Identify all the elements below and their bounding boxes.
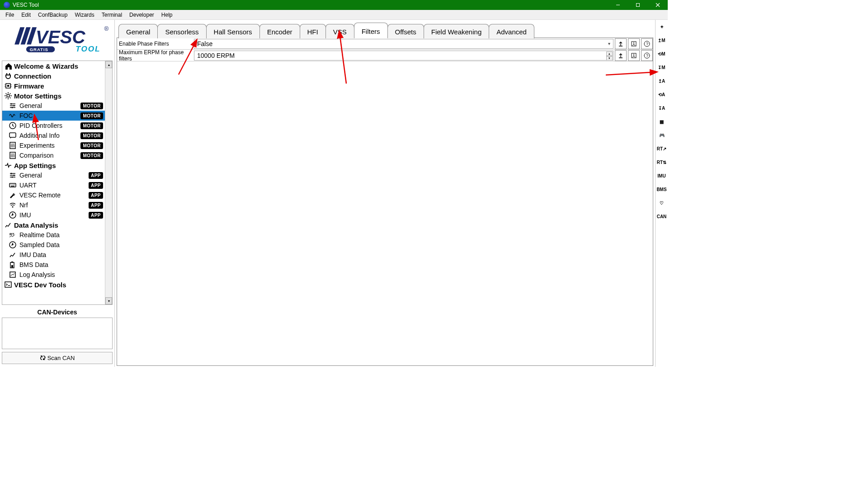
svg-point-48 — [12, 177, 13, 178]
nav-section-data-analysis[interactable]: Data Analysis — [2, 220, 105, 230]
scroll-up-button[interactable]: ▴ — [105, 61, 112, 68]
home-icon — [4, 62, 12, 70]
tab-hall-sensors[interactable]: Hall Sensors — [206, 24, 260, 38]
badge-motor: MOTOR — [80, 152, 103, 159]
app-icon — [4, 161, 12, 169]
tab-hfi[interactable]: HFI — [300, 24, 326, 38]
nav-section-connection[interactable]: Connection — [2, 71, 105, 81]
right-toolbar: ✦↥M⟲M↧M↥A⟲A↧A▦🎮RT↗RT⇅IMUBMS♡CAN — [655, 20, 668, 367]
scroll-down-button[interactable]: ▾ — [105, 297, 112, 304]
nav-section-app-settings[interactable]: App Settings — [2, 160, 105, 170]
tab-offsets[interactable]: Offsets — [387, 24, 424, 38]
scroll-track[interactable] — [105, 68, 112, 297]
badge-motor: MOTOR — [80, 112, 103, 119]
rightbar-btn-7[interactable]: ▦ — [657, 117, 667, 126]
spin-down[interactable]: ▾ — [606, 56, 613, 61]
maximize-button[interactable] — [628, 0, 648, 10]
svg-point-23 — [14, 105, 15, 107]
nav-item-experiments[interactable]: ExperimentsMOTOR — [2, 140, 105, 150]
nav-tree[interactable]: Welcome & WizardsConnectionFirmwareMotor… — [2, 61, 105, 304]
can-devices-list[interactable] — [2, 318, 113, 349]
nav-item-nrf[interactable]: NrfAPP — [2, 200, 105, 210]
tab-field-weakening[interactable]: Field Weakening — [424, 24, 489, 38]
nav-item-foc[interactable]: FOCMOTOR — [2, 111, 105, 121]
scan-can-button[interactable]: 🗘 Scan CAN — [2, 352, 113, 364]
nav-item-imu-data[interactable]: IMU Data — [2, 250, 105, 260]
read-default-icon[interactable] — [628, 50, 640, 61]
rightbar-btn-1[interactable]: ↥M — [657, 35, 667, 45]
param-row-0: Enable Phase FiltersFalse? — [117, 38, 653, 50]
nav-section-firmware[interactable]: Firmware — [2, 81, 105, 91]
menu-wizards[interactable]: Wizards — [71, 10, 98, 19]
read-default-icon[interactable] — [628, 38, 640, 49]
nav-item-sampled-data[interactable]: Sampled Data — [2, 240, 105, 250]
menu-terminal[interactable]: Terminal — [98, 10, 126, 19]
rightbar-btn-3[interactable]: ↧M — [657, 62, 667, 72]
upload-icon[interactable] — [615, 38, 627, 49]
menubar: FileEditConfBackupWizardsTerminalDevelop… — [0, 10, 668, 20]
nav-section-motor-settings[interactable]: Motor Settings — [2, 91, 105, 101]
nav-item-comparison[interactable]: ComparisonMOTOR — [2, 150, 105, 160]
help-icon[interactable]: ? — [641, 38, 653, 49]
tab-vss[interactable]: VSS — [326, 24, 354, 38]
badge-motor: MOTOR — [80, 122, 103, 129]
scan-can-label: Scan CAN — [47, 355, 75, 361]
minimize-button[interactable] — [608, 0, 628, 10]
plug-icon — [4, 72, 12, 80]
menu-file[interactable]: File — [2, 10, 18, 19]
rightbar-btn-11[interactable]: IMU — [657, 171, 667, 181]
nav-section-welcome-wizards[interactable]: Welcome & Wizards — [2, 61, 105, 71]
rightbar-btn-5[interactable]: ⟲A — [657, 89, 667, 99]
wifi-icon — [9, 201, 17, 209]
menu-confbackup[interactable]: ConfBackup — [34, 10, 71, 19]
rightbar-btn-6[interactable]: ↧A — [657, 103, 667, 113]
nav-section-vesc-dev-tools[interactable]: VESC Dev Tools — [2, 280, 105, 290]
rightbar-btn-8[interactable]: 🎮 — [657, 130, 667, 140]
nav-item-uart[interactable]: UARTAPP — [2, 180, 105, 190]
svg-rect-13 — [7, 85, 9, 87]
nav-item-vesc-remote[interactable]: VESC RemoteAPP — [2, 190, 105, 200]
nav-item-pid-controllers[interactable]: PID ControllersMOTOR — [2, 121, 105, 131]
tab-bar: GeneralSensorlessHall SensorsEncoderHFIV… — [118, 21, 653, 38]
menu-edit[interactable]: Edit — [18, 10, 34, 19]
svg-point-37 — [11, 155, 12, 156]
content-area: GeneralSensorlessHall SensorsEncoderHFIV… — [115, 20, 655, 367]
help-icon[interactable]: ? — [641, 50, 653, 61]
param-row-1: Maximum ERPM for phase filters10000 ERPM… — [117, 50, 653, 61]
tab-advanced[interactable]: Advanced — [489, 24, 534, 38]
svg-text:GRATIS: GRATIS — [29, 47, 48, 52]
rightbar-btn-4[interactable]: ↥A — [657, 76, 667, 86]
rightbar-btn-10[interactable]: RT⇅ — [657, 157, 667, 167]
param-spinbox-1[interactable]: 10000 ERPM▴▾ — [194, 51, 613, 61]
rightbar-btn-14[interactable]: CAN — [657, 211, 667, 221]
chart-icon — [9, 251, 17, 259]
menu-developer[interactable]: Developer — [126, 10, 158, 19]
sliders-icon — [9, 171, 17, 179]
tab-general[interactable]: General — [118, 24, 158, 38]
nav-item-imu[interactable]: IMUAPP — [2, 210, 105, 220]
rightbar-btn-13[interactable]: ♡ — [657, 198, 667, 208]
sliders-icon — [9, 102, 17, 110]
svg-point-50 — [10, 184, 11, 185]
tab-sensorless[interactable]: Sensorless — [157, 24, 206, 38]
svg-point-42 — [14, 156, 14, 157]
rightbar-btn-2[interactable]: ⟲M — [657, 49, 667, 59]
tab-filters[interactable]: Filters — [354, 23, 388, 38]
svg-point-55 — [12, 206, 14, 208]
menu-help[interactable]: Help — [158, 10, 176, 19]
nav-item-general[interactable]: GeneralMOTOR — [2, 101, 105, 111]
nav-scrollbar[interactable]: ▴ ▾ — [105, 61, 112, 304]
rightbar-btn-12[interactable]: BMS — [657, 184, 667, 194]
upload-icon[interactable] — [615, 50, 627, 61]
nav-item-additional-info[interactable]: Additional InfoMOTOR — [2, 131, 105, 140]
nav-item-log-analysis[interactable]: Log Analysis — [2, 270, 105, 280]
rightbar-btn-0[interactable]: ✦ — [657, 22, 667, 32]
rightbar-btn-9[interactable]: RT↗ — [657, 144, 667, 154]
close-button[interactable] — [648, 0, 668, 10]
spin-up[interactable]: ▴ — [606, 51, 613, 56]
nav-item-general[interactable]: GeneralAPP — [2, 170, 105, 180]
nav-item-realtime-data[interactable]: RTRealtime Data — [2, 230, 105, 240]
tab-encoder[interactable]: Encoder — [259, 24, 300, 38]
nav-item-bms-data[interactable]: BMS Data — [2, 260, 105, 270]
param-select-0[interactable]: False — [194, 39, 613, 49]
